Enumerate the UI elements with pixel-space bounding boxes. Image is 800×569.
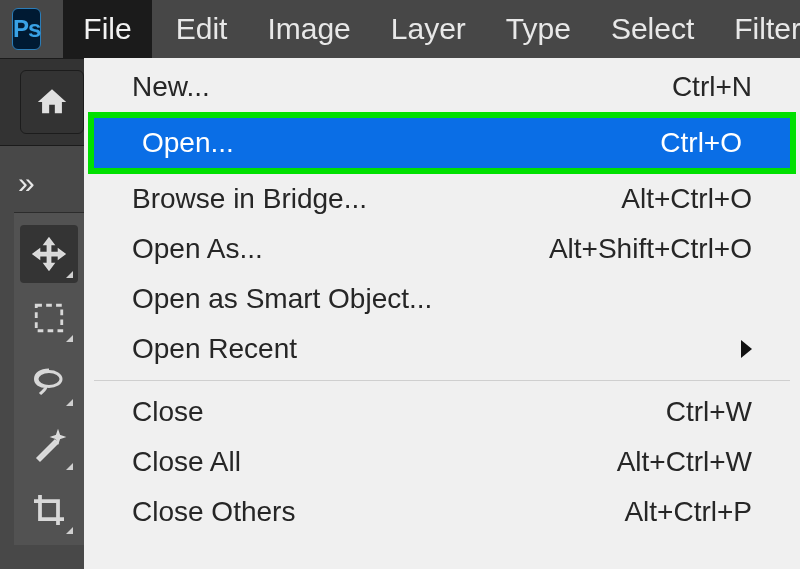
file-menu-dropdown: New... Ctrl+N Open... Ctrl+O Browse in B… — [84, 58, 800, 569]
move-icon — [30, 235, 68, 273]
menu-item-open-as[interactable]: Open As... Alt+Shift+Ctrl+O — [84, 224, 800, 274]
app-logo: Ps — [12, 8, 41, 50]
menu-item-browse-in-bridge[interactable]: Browse in Bridge... Alt+Ctrl+O — [84, 174, 800, 224]
tool-palette — [14, 212, 84, 545]
menu-item-close-others[interactable]: Close Others Alt+Ctrl+P — [84, 487, 800, 537]
wand-tool[interactable] — [20, 417, 78, 475]
menu-item-shortcut: Alt+Ctrl+W — [617, 446, 752, 478]
wand-icon — [31, 428, 67, 464]
menu-item-close-all[interactable]: Close All Alt+Ctrl+W — [84, 437, 800, 487]
menu-item-open-as-smart-object[interactable]: Open as Smart Object... — [84, 274, 800, 324]
menu-file[interactable]: File — [63, 0, 151, 58]
menu-item-shortcut: Alt+Ctrl+P — [624, 496, 752, 528]
menu-layer[interactable]: Layer — [371, 0, 486, 58]
lasso-icon — [31, 364, 67, 400]
menu-item-close[interactable]: Close Ctrl+W — [84, 387, 800, 437]
menu-filter[interactable]: Filter — [714, 0, 800, 58]
menu-item-open-recent[interactable]: Open Recent — [84, 324, 800, 374]
menubar: Ps File Edit Image Layer Type Select Fil… — [0, 0, 800, 58]
lasso-tool[interactable] — [20, 353, 78, 411]
menu-item-label: Close Others — [132, 496, 295, 528]
menu-item-shortcut: Ctrl+N — [672, 71, 752, 103]
menu-select[interactable]: Select — [591, 0, 714, 58]
menu-item-label: Open Recent — [132, 333, 297, 365]
menu-item-label: Close All — [132, 446, 241, 478]
menu-item-label: Open as Smart Object... — [132, 283, 432, 315]
menu-type[interactable]: Type — [486, 0, 591, 58]
svg-point-1 — [37, 372, 61, 387]
menu-item-shortcut: Ctrl+O — [660, 127, 742, 159]
svg-rect-0 — [36, 305, 62, 331]
move-tool[interactable] — [20, 225, 78, 283]
menu-edit[interactable]: Edit — [156, 0, 248, 58]
menu-item-open[interactable]: Open... Ctrl+O — [94, 118, 790, 168]
expand-chevron-icon[interactable]: » — [18, 166, 35, 200]
menu-item-new[interactable]: New... Ctrl+N — [84, 62, 800, 112]
menu-separator — [94, 380, 790, 381]
highlight-box: Open... Ctrl+O — [88, 112, 796, 174]
crop-icon — [31, 492, 67, 528]
marquee-icon — [32, 301, 66, 335]
menu-item-label: Open... — [142, 127, 234, 159]
menu-item-shortcut: Ctrl+W — [666, 396, 752, 428]
crop-tool[interactable] — [20, 481, 78, 539]
home-button[interactable] — [20, 70, 84, 134]
marquee-tool[interactable] — [20, 289, 78, 347]
menu-item-shortcut: Alt+Shift+Ctrl+O — [549, 233, 752, 265]
home-icon — [35, 85, 69, 119]
menu-item-label: Open As... — [132, 233, 263, 265]
menu-image[interactable]: Image — [247, 0, 370, 58]
submenu-arrow-icon — [741, 340, 752, 358]
menu-item-label: Browse in Bridge... — [132, 183, 367, 215]
menu-item-label: Close — [132, 396, 204, 428]
menu-item-shortcut: Alt+Ctrl+O — [621, 183, 752, 215]
menu-item-label: New... — [132, 71, 210, 103]
